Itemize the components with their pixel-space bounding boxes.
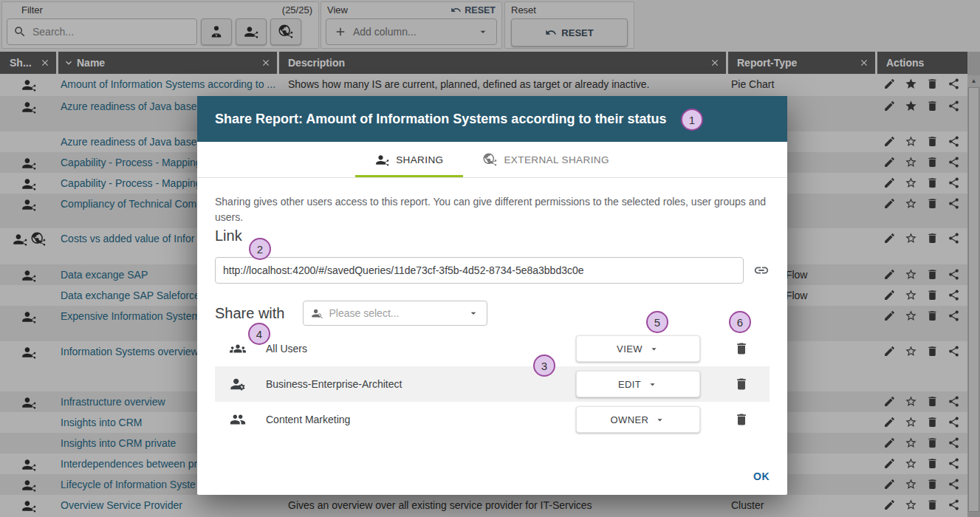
remove-share-icon[interactable] bbox=[734, 412, 749, 427]
sharing-description: Sharing gives other users access to this… bbox=[215, 194, 767, 225]
permission-select[interactable]: EDIT bbox=[576, 371, 700, 397]
select-placeholder: Please select... bbox=[329, 307, 467, 319]
link-icon[interactable] bbox=[753, 262, 770, 278]
groups-icon bbox=[230, 340, 246, 357]
person-share-icon bbox=[375, 153, 389, 167]
share-entry-row: All Users VIEW bbox=[215, 331, 770, 366]
share-with-row: Share with Please select... bbox=[215, 301, 487, 326]
remove-share-icon[interactable] bbox=[734, 341, 749, 356]
tab-sharing[interactable]: SHARING bbox=[355, 142, 463, 177]
people-icon bbox=[230, 411, 246, 428]
permission-select[interactable]: VIEW bbox=[576, 335, 700, 362]
permission-select[interactable]: OWNER bbox=[576, 406, 700, 433]
share-report-dialog: Share Report: Amount of Information Syst… bbox=[197, 96, 787, 495]
tab-external-sharing[interactable]: EXTERNAL SHARING bbox=[463, 142, 628, 177]
dialog-title: Share Report: Amount of Information Syst… bbox=[215, 112, 666, 127]
share-with-label: Share with bbox=[215, 305, 285, 322]
globe-share-icon bbox=[483, 153, 497, 167]
share-entry-name: Content Marketing bbox=[266, 414, 350, 425]
share-entry-name: All Users bbox=[266, 343, 307, 355]
share-entry-row: Business-Enterprise-Architect EDIT bbox=[215, 366, 770, 402]
person-gear-icon bbox=[230, 376, 246, 392]
link-label: Link bbox=[215, 227, 242, 244]
share-list: All Users VIEW Business-Enterprise-Archi… bbox=[215, 331, 770, 437]
remove-share-icon[interactable] bbox=[734, 377, 749, 391]
share-entry-name: Business-Enterprise-Architect bbox=[266, 378, 402, 390]
share-entry-row: Content Marketing OWNER bbox=[215, 402, 770, 437]
person-search-icon bbox=[311, 307, 323, 320]
share-link-input[interactable] bbox=[215, 257, 744, 284]
link-row bbox=[215, 257, 770, 284]
reports-screen: Filter (25/25) bbox=[0, 0, 980, 517]
caret-down-icon bbox=[467, 307, 479, 319]
share-with-select[interactable]: Please select... bbox=[303, 301, 487, 326]
ok-button[interactable]: OK bbox=[753, 470, 770, 482]
dialog-header: Share Report: Amount of Information Syst… bbox=[197, 96, 787, 142]
dialog-tabs: SHARING EXTERNAL SHARING bbox=[197, 142, 787, 178]
